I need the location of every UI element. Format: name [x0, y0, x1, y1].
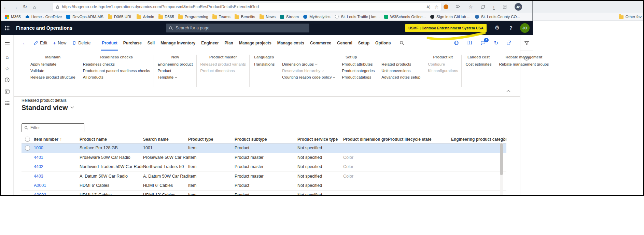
table-row[interactable]: A0002 HDMI 12' Cables HDMI 12' Cables It…	[22, 191, 506, 196]
ribbon-item[interactable]: Validate	[30, 69, 75, 73]
bookmark-item[interactable]: W3Schools Online...	[384, 14, 426, 19]
delete-button[interactable]: Delete	[72, 41, 90, 45]
ribbon-item[interactable]: Engineering product	[158, 62, 193, 66]
column-options-icon[interactable]: ⋮	[501, 137, 506, 142]
ribbon-item[interactable]: Related products	[381, 62, 420, 66]
filter-input[interactable]	[30, 125, 85, 130]
workspaces-icon[interactable]	[4, 88, 11, 95]
ribbon-item[interactable]: Unit conversions	[381, 69, 420, 73]
tab-options[interactable]: Options	[375, 35, 391, 51]
column-header[interactable]: Product type	[188, 137, 235, 142]
ribbon-item[interactable]: All products	[83, 75, 150, 79]
recent-clock-icon[interactable]	[4, 77, 11, 83]
column-header[interactable]: Product subtype	[235, 137, 297, 142]
bookmarks-overflow-chevron-icon[interactable]: ›	[506, 13, 507, 21]
browser-profile-avatar[interactable]: JO	[515, 3, 522, 11]
company-picker-highlighted[interactable]: USMF | Contoso Entertainment System USA	[405, 24, 487, 32]
ribbon-item[interactable]: Rebate management groups	[499, 62, 549, 66]
tab-manage-projects[interactable]: Manage projects	[238, 35, 272, 51]
item-number-link[interactable]: 4401	[34, 155, 80, 160]
row-select-radio[interactable]	[25, 146, 30, 151]
bookmark-item[interactable]: St. Louis County CO...	[475, 14, 520, 19]
page-search-box[interactable]	[166, 24, 309, 32]
column-header[interactable]: Search name	[143, 137, 188, 142]
item-number-link[interactable]: A0002	[34, 193, 80, 196]
table-row[interactable]: 4401 Proseware 50W Car Radio Proseware 5…	[22, 153, 506, 163]
column-header[interactable]: Product name	[80, 137, 143, 142]
view-title[interactable]: Standard view	[22, 104, 73, 112]
tab-plan[interactable]: Plan	[224, 35, 234, 51]
ribbon-item[interactable]: Template	[158, 75, 193, 79]
tab-setup[interactable]: Setup	[358, 35, 370, 51]
messages-icon[interactable]: 0	[480, 40, 486, 45]
item-number-link[interactable]: A0001	[34, 183, 80, 188]
bookmark-item[interactable]: Benefits	[235, 14, 255, 19]
item-number-link[interactable]: 1000	[34, 146, 80, 150]
book-icon[interactable]	[467, 40, 472, 45]
bookmark-item[interactable]: Sign in to GitHub ...	[430, 14, 471, 19]
table-row[interactable]: 4402 Northwind Traders 50W Car Radio Nor…	[22, 162, 506, 172]
ribbon-item[interactable]: Product	[158, 69, 193, 73]
tab-product[interactable]: Product	[101, 35, 118, 51]
table-row[interactable]: A0001 HDMI 6' Cables HDMI 6' Cables Item…	[22, 181, 506, 191]
table-row[interactable]: 4403 A. Datum 50W Car Radio A. Datum 50W…	[22, 172, 506, 181]
home-icon[interactable]: ⌂	[4, 53, 11, 60]
gear-icon[interactable]: ⚙	[494, 24, 500, 31]
bookmark-item[interactable]: D365	[158, 14, 174, 19]
tab-commerce[interactable]: Commerce	[309, 35, 332, 51]
bookmark-item[interactable]: Home - OneDrive	[25, 14, 62, 19]
other-favorites-label[interactable]: Other fav	[626, 15, 642, 19]
new-button[interactable]: + New	[53, 40, 67, 45]
ribbon-item[interactable]: Cost estimates	[465, 62, 491, 66]
bookmark-item[interactable]: St. Louis Traffic | km...	[334, 14, 379, 19]
ribbon-item[interactable]: Product attributes	[342, 62, 375, 66]
browser-home-icon[interactable]: ⌂	[30, 2, 39, 11]
tab-purchase[interactable]: Purchase	[123, 35, 142, 51]
refresh-icon[interactable]: ↻	[494, 40, 498, 46]
ribbon-item[interactable]: Product catalogs	[342, 75, 375, 79]
tab-sell[interactable]: Sell	[147, 35, 155, 51]
address-bar[interactable]: A) ☆	[52, 3, 442, 11]
item-number-link[interactable]: 4402	[34, 164, 80, 169]
scrollbar-thumb[interactable]	[500, 143, 503, 175]
extensions-puzzle-icon[interactable]	[456, 4, 461, 10]
globe-icon[interactable]	[454, 40, 459, 45]
browser-forward-icon[interactable]: →	[11, 2, 20, 11]
tab-engineer[interactable]: Engineer	[200, 35, 219, 51]
ribbon-item[interactable]: Translations	[253, 62, 275, 66]
column-header[interactable]: Product service type	[297, 137, 343, 142]
ribbon-item[interactable]: Products not passed readiness checks	[83, 69, 150, 73]
tab-general[interactable]: General	[336, 35, 353, 51]
column-header[interactable]: Engineering product category deta	[451, 137, 506, 142]
column-header[interactable]: Product lifecycle state	[388, 137, 451, 142]
help-icon[interactable]: ?	[509, 25, 513, 31]
item-number-link[interactable]: 4403	[34, 174, 80, 179]
downloads-icon[interactable]: ↓	[493, 4, 495, 10]
app-title[interactable]: Finance and Operations	[16, 25, 72, 31]
bookmark-item[interactable]: DevOps ARM-MS	[66, 14, 103, 19]
column-header[interactable]: Item number↑	[34, 137, 80, 142]
browser-back-icon[interactable]: ←	[1, 2, 11, 11]
bookmark-item[interactable]: News	[259, 14, 276, 19]
tab-manage-costs[interactable]: Manage costs	[277, 35, 305, 51]
bookmark-item[interactable]: D365 URL	[108, 14, 132, 19]
bookmark-item[interactable]: MyAnalytics	[303, 14, 330, 19]
ribbon-item[interactable]: Counting reason code policy	[282, 75, 335, 79]
edit-button[interactable]: Edit	[34, 41, 47, 45]
table-row[interactable]: 1000 Surface Pro 128 GB 1001 Item Produc…	[22, 143, 506, 153]
open-in-new-window-icon[interactable]	[506, 40, 512, 45]
waffle-menu-icon[interactable]	[4, 25, 10, 31]
expand-menu-icon[interactable]	[4, 39, 11, 46]
extension-icon[interactable]	[444, 4, 448, 9]
grid-filter-box[interactable]	[22, 123, 84, 132]
tab-manage-inventory[interactable]: Manage inventory	[160, 35, 196, 51]
column-header[interactable]: Product dimension groups	[343, 137, 388, 142]
bookmark-item[interactable]: M365	[4, 14, 21, 19]
favorites-star-icon[interactable]: ☆	[4, 65, 11, 72]
url-input[interactable]	[62, 4, 422, 9]
bookmark-item[interactable]: Admin	[137, 14, 154, 19]
collections-icon[interactable]	[480, 4, 485, 9]
user-avatar[interactable]: JO	[520, 23, 530, 33]
bookmark-item[interactable]: Stream	[280, 14, 299, 19]
ribbon-item[interactable]: Readiness checks	[83, 62, 150, 66]
